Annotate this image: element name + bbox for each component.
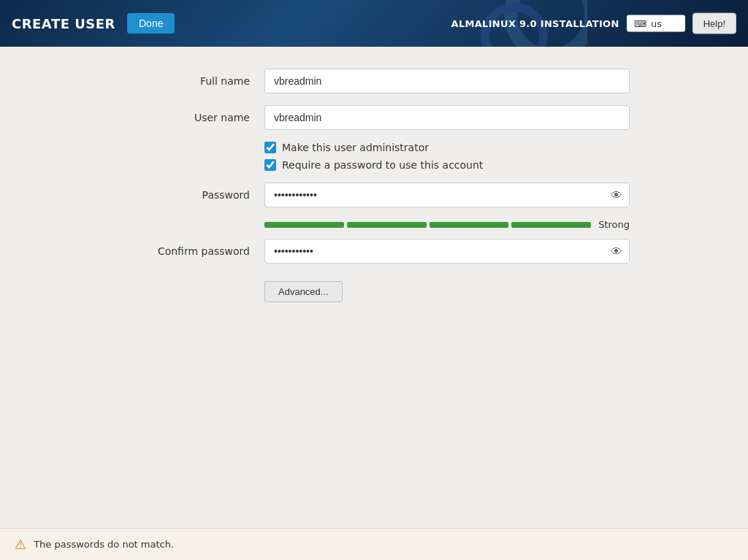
done-button[interactable]: Done <box>127 13 175 34</box>
full-name-row: Full name <box>118 69 630 93</box>
warning-text: The passwords do not match. <box>34 539 174 550</box>
confirm-password-row: Confirm password 👁 <box>118 239 630 264</box>
confirm-password-eye-icon[interactable]: 👁 <box>611 245 622 258</box>
password-row: Password 👁 <box>118 183 630 207</box>
page-title: CREATE USER <box>12 16 115 31</box>
advanced-row: Advanced... <box>264 281 630 302</box>
warning-icon: ⚠ <box>15 537 26 552</box>
main-content: Full name User name Make this user admin… <box>0 47 748 528</box>
keyboard-lang: us <box>651 18 662 29</box>
strength-bar-row: Strong <box>264 219 630 230</box>
brand-label: ALMALINUX 9.0 INSTALLATION <box>451 18 619 29</box>
header: CREATE USER Done ALMALINUX 9.0 INSTALLAT… <box>0 0 748 47</box>
advanced-button[interactable]: Advanced... <box>264 281 343 302</box>
help-button[interactable]: Help! <box>692 13 736 34</box>
strength-label: Strong <box>598 219 630 230</box>
keyboard-selector[interactable]: ⌨ us <box>627 15 685 32</box>
keyboard-icon: ⌨ <box>634 18 646 28</box>
confirm-password-input[interactable] <box>264 239 630 264</box>
admin-checkbox[interactable] <box>264 142 276 153</box>
password-required-row: Require a password to use this account <box>264 159 630 171</box>
strength-seg-4 <box>511 222 591 228</box>
confirm-password-label: Confirm password <box>118 245 264 257</box>
strength-bar <box>264 222 591 228</box>
form-container: Full name User name Make this user admin… <box>89 69 659 302</box>
admin-checkbox-label: Make this user administrator <box>282 142 429 153</box>
user-name-control <box>264 105 630 130</box>
password-required-label: Require a password to use this account <box>282 159 483 171</box>
user-name-label: User name <box>118 112 264 123</box>
password-eye-icon[interactable]: 👁 <box>611 188 622 202</box>
strength-seg-1 <box>264 222 344 228</box>
password-label: Password <box>118 189 264 201</box>
strength-seg-2 <box>347 222 427 228</box>
full-name-control <box>264 69 630 93</box>
header-right: ALMALINUX 9.0 INSTALLATION ⌨ us Help! <box>451 13 736 34</box>
password-required-checkbox[interactable] <box>264 159 276 171</box>
password-control: 👁 <box>264 183 630 207</box>
strength-seg-3 <box>430 222 509 228</box>
footer-warning-bar: ⚠ The passwords do not match. <box>0 528 748 560</box>
full-name-label: Full name <box>118 75 264 87</box>
admin-checkbox-row: Make this user administrator <box>264 142 630 153</box>
password-input[interactable] <box>264 183 630 207</box>
user-name-input[interactable] <box>264 105 630 130</box>
confirm-password-control: 👁 <box>264 239 630 264</box>
full-name-input[interactable] <box>264 69 630 93</box>
user-name-row: User name <box>118 105 630 130</box>
